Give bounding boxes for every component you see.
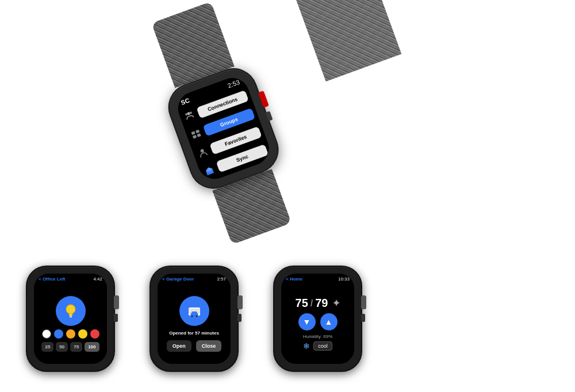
- color-white[interactable]: [42, 329, 51, 339]
- person-icon: [195, 145, 210, 160]
- small-watches-row: < Office Left 4:42: [17, 266, 371, 381]
- brightness-100[interactable]: 100: [85, 342, 99, 352]
- office-watch-body: < Office Left 4:42: [26, 266, 115, 372]
- office-back-label[interactable]: < Office Left: [39, 276, 65, 282]
- garage-status-text: Opened for 57 minutes: [169, 330, 219, 336]
- main-watch-screen: SC 2:53: [173, 73, 273, 183]
- office-watch-btn: [114, 314, 118, 322]
- fan-icon: ✦: [332, 298, 340, 309]
- garage-watch-screen: < Garage Door 2:57: [158, 274, 231, 364]
- temp-controls: ▼ ▲: [298, 313, 338, 330]
- watch-side-button: [266, 111, 273, 121]
- svg-rect-3: [191, 131, 195, 135]
- svg-point-19: [191, 315, 193, 317]
- brightness-50[interactable]: 50: [56, 342, 68, 352]
- target-temp: 79: [315, 297, 328, 310]
- color-yellow[interactable]: [78, 329, 87, 339]
- garage-watch: < Garage Door 2:57: [141, 266, 247, 381]
- office-watch-crown: [114, 295, 119, 309]
- garage-icon: [179, 296, 209, 326]
- current-temp: 75: [296, 297, 308, 310]
- home-back-label[interactable]: < Home: [286, 276, 302, 282]
- connections-icon: [182, 109, 197, 124]
- svg-rect-11: [69, 316, 72, 317]
- garage-close-btn[interactable]: Close: [196, 340, 222, 352]
- mode-row: ❄ cool: [303, 341, 332, 351]
- bulb-icon: [56, 296, 86, 326]
- home-time: 10:33: [338, 276, 350, 282]
- office-watch-screen: < Office Left 4:42: [34, 274, 107, 364]
- home-watch-crown: [361, 295, 366, 309]
- increase-temp-btn[interactable]: ▲: [320, 313, 338, 330]
- groups-icon: [189, 127, 204, 142]
- garage-buttons: Open Close: [167, 340, 222, 352]
- home-temperature: 75 / 79 ✦: [296, 297, 340, 310]
- decrease-temp-btn[interactable]: ▼: [298, 313, 316, 330]
- office-time: 4:42: [93, 276, 102, 282]
- color-orange[interactable]: [66, 329, 75, 339]
- svg-rect-12: [70, 317, 72, 318]
- humidity-label: Humidity: 69%: [303, 334, 333, 339]
- color-dots: [42, 329, 99, 339]
- color-red[interactable]: [90, 329, 99, 339]
- home-watch-btn: [361, 314, 365, 322]
- brightness-buttons: 25 50 75 100: [41, 342, 99, 352]
- brightness-75[interactable]: 75: [70, 342, 82, 352]
- snowflake-icon: ❄: [303, 341, 310, 351]
- color-blue[interactable]: [54, 329, 63, 339]
- garage-open-btn[interactable]: Open: [167, 340, 191, 352]
- home-watch-body: < Home 10:33 75 / 79 ✦ ▼ ▲: [273, 266, 362, 372]
- office-watch: < Office Left 4:42: [17, 266, 124, 381]
- svg-rect-18: [191, 312, 197, 314]
- svg-rect-6: [197, 133, 201, 137]
- svg-point-10: [66, 305, 75, 314]
- garage-watch-body: < Garage Door 2:57: [150, 266, 239, 372]
- svg-point-20: [195, 315, 197, 317]
- garage-watch-btn: [237, 314, 241, 322]
- home-watch-screen: < Home 10:33 75 / 79 ✦ ▼ ▲: [281, 274, 354, 364]
- svg-rect-4: [195, 129, 200, 133]
- cool-mode-badge[interactable]: cool: [313, 341, 332, 351]
- app-logo-icon: [202, 163, 217, 178]
- temp-separator: /: [310, 298, 313, 309]
- home-watch: < Home 10:33 75 / 79 ✦ ▼ ▲: [264, 266, 371, 381]
- brightness-25[interactable]: 25: [41, 342, 53, 352]
- garage-back-label[interactable]: < Garage Door: [162, 276, 194, 282]
- watch-crown: [258, 91, 269, 108]
- garage-time: 2:57: [217, 276, 226, 282]
- garage-watch-crown: [237, 295, 243, 309]
- svg-rect-5: [193, 135, 197, 139]
